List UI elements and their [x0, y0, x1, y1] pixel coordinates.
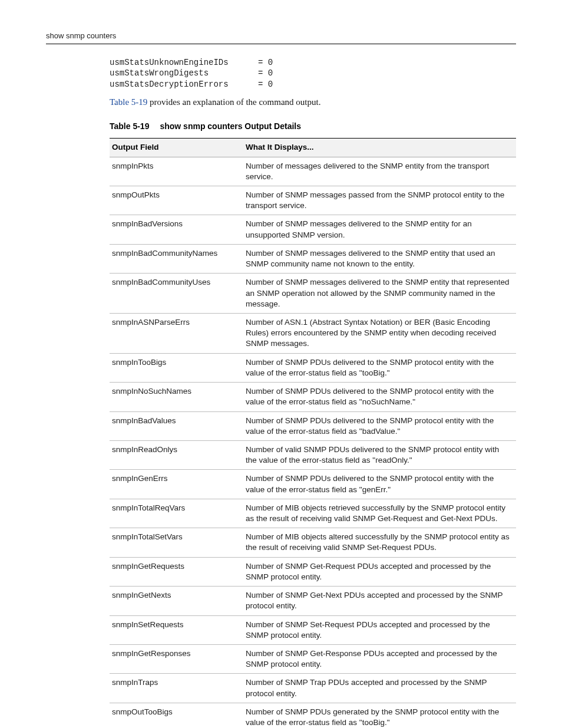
- page: show snmp counters usmStatsUnknownEngine…: [0, 0, 562, 728]
- table-row: snmpInReadOnlysNumber of valid SNMP PDUs…: [110, 440, 516, 469]
- table-row: snmpOutTooBigsNumber of SNMP PDUs genera…: [110, 703, 516, 728]
- description-cell: Number of MIB objects retrieved successf…: [243, 499, 516, 528]
- table-row: snmpInTotalReqVarsNumber of MIB objects …: [110, 499, 516, 528]
- running-header: show snmp counters: [46, 31, 516, 44]
- table-caption-number: Table 5-19: [110, 121, 149, 131]
- table-row: snmpInGetRequestsNumber of SNMP Get-Requ…: [110, 557, 516, 586]
- table-row: snmpInBadVersionsNumber of SNMP messages…: [110, 215, 516, 244]
- output-field-cell: snmpOutTooBigs: [110, 703, 243, 728]
- description-cell: Number of SNMP messages delivered to the…: [243, 215, 516, 244]
- table-header-output-field: Output Field: [110, 139, 243, 157]
- output-field-cell: snmpOutPkts: [110, 186, 243, 215]
- output-field-cell: snmpInSetRequests: [110, 615, 243, 644]
- table-header-description: What It Displays...: [243, 139, 516, 157]
- table-row: snmpOutPktsNumber of SNMP messages passe…: [110, 186, 516, 215]
- output-field-cell: snmpInReadOnlys: [110, 440, 243, 469]
- description-cell: Number of ASN.1 (Abstract Syntax Notatio…: [243, 313, 516, 353]
- description-cell: Number of SNMP PDUs delivered to the SNM…: [243, 470, 516, 499]
- table-row: snmpInBadValuesNumber of SNMP PDUs deliv…: [110, 411, 516, 440]
- intro-paragraph: Table 5-19 provides an explanation of th…: [110, 96, 516, 108]
- table-header-row: Output Field What It Displays...: [110, 139, 516, 157]
- description-cell: Number of SNMP messages delivered to the…: [243, 244, 516, 273]
- output-field-cell: snmpInTraps: [110, 674, 243, 703]
- code-block: usmStatsUnknownEngineIDs = 0 usmStatsWro…: [110, 57, 516, 91]
- table-reference-link[interactable]: Table 5-19: [110, 97, 147, 107]
- description-cell: Number of SNMP Get-Request PDUs accepted…: [243, 557, 516, 586]
- description-cell: Number of messages delivered to the SNMP…: [243, 157, 516, 186]
- description-cell: Number of valid SNMP PDUs delivered to t…: [243, 440, 516, 469]
- description-cell: Number of SNMP PDUs delivered to the SNM…: [243, 353, 516, 382]
- table-body: snmpInPktsNumber of messages delivered t…: [110, 157, 516, 728]
- description-cell: Number of SNMP Set-Request PDUs accepted…: [243, 615, 516, 644]
- table-caption: Table 5-19show snmp counters Output Deta…: [110, 121, 516, 132]
- output-details-table: Output Field What It Displays... snmpInP…: [110, 138, 516, 728]
- table-row: snmpInTrapsNumber of SNMP Trap PDUs acce…: [110, 674, 516, 703]
- output-field-cell: snmpInPkts: [110, 157, 243, 186]
- output-field-cell: snmpInBadCommunityUses: [110, 274, 243, 314]
- description-cell: Number of SNMP messages passed from the …: [243, 186, 516, 215]
- description-cell: Number of SNMP Get-Next PDUs accepted an…: [243, 587, 516, 615]
- intro-text: provides an explanation of the command o…: [147, 97, 320, 107]
- table-row: snmpInTotalSetVarsNumber of MIB objects …: [110, 528, 516, 557]
- table-row: snmpInPktsNumber of messages delivered t…: [110, 157, 516, 186]
- table-row: snmpInTooBigsNumber of SNMP PDUs deliver…: [110, 353, 516, 382]
- table-caption-title: show snmp counters Output Details: [160, 121, 301, 131]
- output-field-cell: snmpInASNParseErrs: [110, 313, 243, 353]
- output-field-cell: snmpInTooBigs: [110, 353, 243, 382]
- description-cell: Number of SNMP PDUs delivered to the SNM…: [243, 411, 516, 440]
- table-row: snmpInGetNextsNumber of SNMP Get-Next PD…: [110, 587, 516, 615]
- description-cell: Number of SNMP Trap PDUs accepted and pr…: [243, 674, 516, 703]
- table-row: snmpInBadCommunityNamesNumber of SNMP me…: [110, 244, 516, 273]
- output-field-cell: snmpInBadCommunityNames: [110, 244, 243, 273]
- output-field-cell: snmpInGetRequests: [110, 557, 243, 586]
- table-row: snmpInASNParseErrsNumber of ASN.1 (Abstr…: [110, 313, 516, 353]
- description-cell: Number of SNMP Get-Response PDUs accepte…: [243, 645, 516, 674]
- description-cell: Number of SNMP messages delivered to the…: [243, 274, 516, 314]
- table-row: snmpInGetResponsesNumber of SNMP Get-Res…: [110, 645, 516, 674]
- table-row: snmpInGenErrsNumber of SNMP PDUs deliver…: [110, 470, 516, 499]
- output-field-cell: snmpInTotalSetVars: [110, 528, 243, 557]
- table-row: snmpInNoSuchNamesNumber of SNMP PDUs del…: [110, 383, 516, 411]
- output-field-cell: snmpInGetNexts: [110, 587, 243, 615]
- table-row: snmpInSetRequestsNumber of SNMP Set-Requ…: [110, 615, 516, 644]
- table-row: snmpInBadCommunityUsesNumber of SNMP mes…: [110, 274, 516, 314]
- output-field-cell: snmpInBadValues: [110, 411, 243, 440]
- description-cell: Number of MIB objects altered successful…: [243, 528, 516, 557]
- output-field-cell: snmpInBadVersions: [110, 215, 243, 244]
- output-field-cell: snmpInGenErrs: [110, 470, 243, 499]
- description-cell: Number of SNMP PDUs generated by the SNM…: [243, 703, 516, 728]
- output-field-cell: snmpInTotalReqVars: [110, 499, 243, 528]
- description-cell: Number of SNMP PDUs delivered to the SNM…: [243, 383, 516, 411]
- output-field-cell: snmpInGetResponses: [110, 645, 243, 674]
- output-field-cell: snmpInNoSuchNames: [110, 383, 243, 411]
